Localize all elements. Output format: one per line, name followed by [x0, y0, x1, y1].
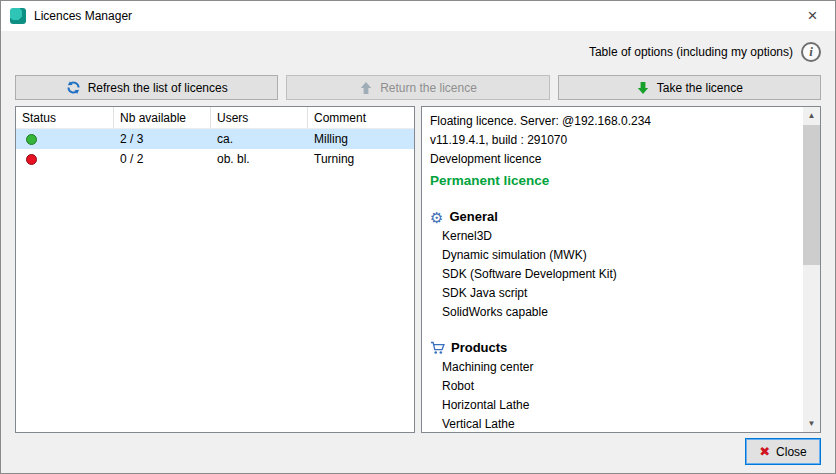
licences-table: Status Nb available Users Comment 2 / 3 …: [15, 106, 415, 433]
licence-details: Floating licence. Server: @192.168.0.234…: [422, 107, 820, 434]
scroll-down-arrow-icon[interactable]: ▼: [803, 415, 820, 432]
return-button-label: Return the licence: [380, 81, 477, 95]
cell-comment: Milling: [308, 129, 414, 149]
section-general: ⚙ General Kernel3D Dynamic simulation (M…: [430, 207, 794, 322]
cell-users: ca.: [211, 129, 308, 149]
window-close-button[interactable]: ×: [790, 1, 835, 31]
permanent-licence-line: Permanent licence: [430, 171, 794, 191]
product-item: Vertical Lathe: [442, 415, 794, 434]
titlebar: Licences Manager ×: [1, 1, 835, 31]
feature-item: SDK (Software Development Kit): [442, 265, 794, 284]
options-label: Table of options (including my options): [589, 45, 793, 59]
refresh-button-label: Refresh the list of licences: [88, 81, 228, 95]
details-scrollbar[interactable]: ▲ ▼: [803, 107, 820, 432]
options-row: Table of options (including my options) …: [15, 37, 821, 67]
toolbar: Refresh the list of licences Return the …: [15, 75, 821, 100]
section-title: General: [449, 207, 497, 227]
section-title: Products: [451, 338, 507, 358]
take-licence-button[interactable]: Take the licence: [558, 75, 821, 100]
product-item: Horizontal Lathe: [442, 396, 794, 415]
licence-details-panel: Floating licence. Server: @192.168.0.234…: [421, 106, 821, 433]
refresh-licences-button[interactable]: Refresh the list of licences: [15, 75, 278, 100]
cart-icon: [430, 341, 445, 355]
window-title: Licences Manager: [34, 9, 132, 23]
close-icon: ×: [808, 6, 818, 26]
scrollbar-thumb[interactable]: [803, 125, 820, 265]
section-products: Products Machining center Robot Horizont…: [430, 338, 794, 434]
take-button-label: Take the licence: [657, 81, 743, 95]
column-header-users[interactable]: Users: [211, 107, 308, 128]
scroll-up-arrow-icon[interactable]: ▲: [803, 107, 820, 124]
status-green-icon: [26, 134, 37, 145]
close-button[interactable]: ✖ Close: [745, 438, 821, 465]
arrow-up-icon: [359, 81, 373, 95]
return-licence-button[interactable]: Return the licence: [286, 75, 549, 100]
app-icon: [10, 8, 26, 24]
cell-comment: Turning: [308, 149, 414, 169]
column-header-comment[interactable]: Comment: [308, 107, 414, 128]
close-button-label: Close: [776, 445, 807, 459]
red-x-icon: ✖: [759, 445, 770, 458]
server-line: Floating licence. Server: @192.168.0.234: [430, 112, 794, 131]
refresh-icon: [66, 80, 81, 95]
status-red-icon: [26, 154, 37, 165]
table-header: Status Nb available Users Comment: [16, 107, 414, 129]
feature-item: SolidWorks capable: [442, 303, 794, 322]
feature-item: Kernel3D: [442, 227, 794, 246]
product-item: Machining center: [442, 358, 794, 377]
cell-users: ob. bl.: [211, 149, 308, 169]
info-icon: i: [809, 44, 813, 60]
cell-nb-available: 2 / 3: [114, 129, 211, 149]
info-button[interactable]: i: [801, 42, 821, 62]
gear-icon: ⚙: [430, 210, 443, 225]
table-row[interactable]: 0 / 2 ob. bl. Turning: [16, 149, 414, 169]
cell-nb-available: 0 / 2: [114, 149, 211, 169]
column-header-nb-available[interactable]: Nb available: [114, 107, 211, 128]
column-header-status[interactable]: Status: [16, 107, 114, 128]
feature-item: Dynamic simulation (MWK): [442, 246, 794, 265]
product-item: Robot: [442, 377, 794, 396]
feature-item: SDK Java script: [442, 284, 794, 303]
licences-manager-window: Licences Manager × Table of options (inc…: [0, 0, 836, 474]
licence-type-line: Development licence: [430, 150, 794, 169]
arrow-down-icon: [636, 81, 650, 95]
table-row[interactable]: 2 / 3 ca. Milling: [16, 129, 414, 149]
version-line: v11.19.4.1, build : 291070: [430, 131, 794, 150]
